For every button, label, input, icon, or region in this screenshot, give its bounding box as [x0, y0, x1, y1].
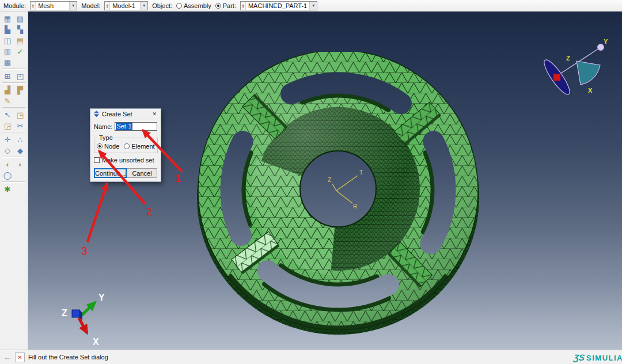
- mesh-numbering-icon[interactable]: ◰: [14, 71, 26, 81]
- mesh-region-icon[interactable]: ▚: [14, 24, 26, 35]
- close-icon[interactable]: ✕: [151, 111, 158, 117]
- dialog-titlebar[interactable]: Create Set ✕: [90, 109, 161, 119]
- prompt-message: Fill out the Create Set dialog: [28, 354, 108, 361]
- triad-y-label: Y: [98, 293, 105, 302]
- datum-plane-icon[interactable]: ◇: [2, 145, 13, 156]
- model-label: Model:: [81, 2, 100, 9]
- datum-axis-icon[interactable]: ◆: [14, 145, 26, 156]
- bottom-up-mesh-icon[interactable]: ▟: [2, 85, 13, 95]
- unsorted-set-label: Make unsorted set: [102, 157, 154, 164]
- toolbox-divider: [2, 132, 25, 133]
- module-value: Mesh: [36, 2, 69, 10]
- mesh-cube-icon[interactable]: ▩: [2, 57, 13, 67]
- simulia-logo: ƷS SIMULIA: [574, 352, 622, 362]
- prompt-area-tab[interactable]: [2, 350, 20, 351]
- compass-y-label: Y: [604, 38, 608, 45]
- revolve-mesh-icon[interactable]: ▛: [14, 85, 26, 95]
- type-element-radio[interactable]: Element: [124, 143, 154, 150]
- mesh-part-icon[interactable]: ▙: [2, 24, 13, 35]
- seed-edges-icon[interactable]: ▨: [14, 13, 26, 24]
- seed-part-icon[interactable]: ▦: [2, 13, 13, 24]
- cancel-prompt-icon[interactable]: ✕: [15, 352, 25, 362]
- unsorted-set-checkbox-row[interactable]: Make unsorted set: [94, 157, 157, 164]
- dialog-body: Name: Set-1 Type Node Element: [90, 119, 161, 181]
- split-element-icon[interactable]: ✂: [14, 120, 26, 131]
- view-compass[interactable]: Z Y X: [538, 33, 613, 97]
- meshed-part[interactable]: T R Z: [190, 52, 487, 337]
- model-select[interactable]: ▴▾ Model-1 ▾: [104, 1, 148, 10]
- triad-z-label: Z: [62, 308, 67, 318]
- radio-icon[interactable]: [176, 3, 182, 9]
- element-type-icon[interactable]: ▥: [2, 46, 13, 56]
- partition-face-icon[interactable]: ◲: [2, 120, 13, 131]
- toolbox-divider: [2, 82, 25, 84]
- triad-x-label: X: [93, 337, 99, 347]
- datum-csys-icon[interactable]: ∴: [14, 134, 26, 145]
- radio-icon[interactable]: [215, 3, 221, 9]
- datum-point-icon[interactable]: ✛: [2, 134, 13, 145]
- part-body[interactable]: [197, 52, 479, 335]
- toolbox-divider: [2, 181, 25, 183]
- continue-button[interactable]: Continue...: [94, 168, 127, 178]
- partition-corner-icon[interactable]: ◳: [14, 109, 26, 120]
- query-tools-icon[interactable]: ✱: [2, 184, 13, 194]
- module-select[interactable]: ▴▾ Mesh ▾: [30, 1, 77, 10]
- dialog-title: Create Set: [102, 111, 132, 117]
- spinner-icon[interactable]: ▴▾: [105, 2, 110, 10]
- delete-mesh-icon[interactable]: ◫: [2, 35, 13, 46]
- type-node-radio[interactable]: Node: [97, 143, 119, 150]
- verify-mesh-icon[interactable]: ✓: [14, 46, 26, 56]
- origin-triad: Y X Z: [55, 283, 130, 350]
- csys-t-label: T: [359, 169, 363, 176]
- chevron-down-icon[interactable]: ▾: [140, 2, 147, 10]
- radio-icon[interactable]: [124, 143, 130, 149]
- chevron-down-icon[interactable]: ▾: [69, 2, 77, 10]
- z-axis-marker: [72, 310, 79, 317]
- select-tool-icon[interactable]: ↖: [2, 109, 13, 120]
- mesh-controls-icon[interactable]: ▤: [14, 35, 26, 46]
- dialog-app-icon: [93, 111, 100, 117]
- checkbox-icon[interactable]: [94, 157, 100, 163]
- toolbox-divider: [2, 107, 25, 108]
- part-value: MACHINED_PART-1: [246, 2, 309, 10]
- compass-fan[interactable]: [577, 61, 600, 85]
- assembly-label: Assembly: [184, 2, 211, 9]
- create-set-dialog[interactable]: Create Set ✕ Name: Set-1 Type Node: [90, 108, 161, 182]
- object-part-radio[interactable]: Part:: [215, 2, 236, 9]
- edit-mesh-icon[interactable]: ✎: [2, 96, 13, 106]
- part-select[interactable]: ▴▾ MACHINED_PART-1 ▾: [240, 1, 317, 10]
- compass-sphere[interactable]: [598, 44, 604, 51]
- status-bar: ← ✕ Fill out the Create Set dialog ƷS SI…: [0, 350, 622, 364]
- toolbox-divider: [2, 157, 25, 158]
- name-value-selected: Set-1: [116, 123, 132, 130]
- part-label: Part:: [223, 2, 236, 9]
- simulia-wordmark: SIMULIA: [586, 354, 622, 362]
- toolbox-divider: [2, 69, 25, 70]
- csys-r-label: R: [353, 203, 357, 210]
- attach-curve-icon[interactable]: ◖: [2, 159, 13, 169]
- compass-origin-marker[interactable]: [553, 74, 560, 81]
- x-axis-arrow: [79, 318, 87, 333]
- csys-z-label: Z: [328, 177, 331, 183]
- radio-icon[interactable]: [97, 143, 103, 149]
- module-label: Module:: [3, 2, 26, 9]
- 3ds-logo-icon: ƷS: [573, 352, 585, 362]
- set-name-input[interactable]: Set-1: [115, 122, 157, 131]
- spinner-icon[interactable]: ▴▾: [31, 2, 36, 10]
- back-arrow-icon[interactable]: ←: [3, 353, 12, 361]
- mesh-toolbox: ▦▨ ▙▚ ◫▤ ▥✓ ▩ ⊞◰ ▟▛ ✎ ↖◳ ◲✂ ✛∴ ◇◆ ◖◗ ◯ ✱: [0, 12, 28, 350]
- circle-hole-icon[interactable]: ◯: [2, 170, 13, 180]
- element-label: Element: [131, 143, 154, 150]
- chevron-down-icon[interactable]: ▾: [309, 2, 317, 10]
- model-value: Model-1: [110, 2, 140, 10]
- abaqus-window: Module: ▴▾ Mesh ▾ Model: ▴▾ Model-1 ▾ Ob…: [0, 0, 622, 364]
- compass-z-label: Z: [566, 55, 570, 62]
- geometry-edit-icon[interactable]: ◗: [14, 159, 26, 169]
- spinner-icon[interactable]: ▴▾: [241, 2, 246, 10]
- compass-x-label: X: [588, 87, 593, 94]
- bore-hole: [300, 151, 376, 227]
- copy-mesh-icon[interactable]: ⊞: [2, 71, 13, 81]
- type-group-label: Type: [98, 134, 114, 141]
- object-assembly-radio[interactable]: Assembly: [176, 2, 211, 9]
- cancel-button[interactable]: Cancel: [127, 168, 157, 178]
